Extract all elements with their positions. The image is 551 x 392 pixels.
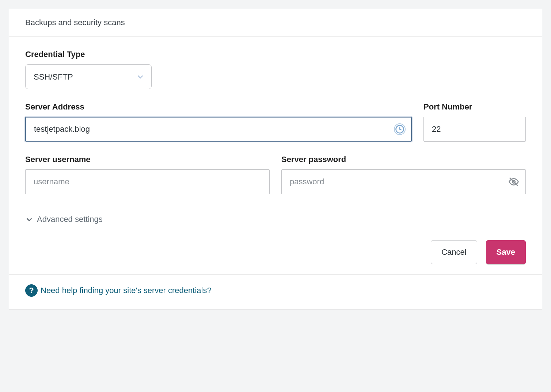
card-body: Credential Type SSH/SFTP Server Address: [9, 36, 542, 274]
help-icon: ?: [25, 284, 38, 297]
port-number-input[interactable]: [423, 117, 526, 142]
credential-type-select[interactable]: SSH/SFTP: [25, 64, 152, 89]
credential-type-select-wrap: SSH/SFTP: [25, 64, 152, 89]
server-username-input[interactable]: [25, 169, 270, 194]
cancel-button[interactable]: Cancel: [431, 240, 477, 264]
clock-ring: [394, 123, 406, 135]
card-header: Backups and security scans: [9, 9, 542, 36]
credentials-card: Backups and security scans Credential Ty…: [9, 9, 542, 310]
server-password-label: Server password: [281, 155, 526, 164]
server-address-input[interactable]: [25, 117, 412, 142]
server-username-field: Server username: [25, 155, 270, 194]
server-password-field: Server password: [281, 155, 526, 194]
server-password-input[interactable]: [281, 169, 526, 194]
toggle-password-visibility[interactable]: [508, 176, 519, 187]
port-number-field: Port Number: [423, 102, 526, 142]
server-address-field: Server Address: [25, 102, 412, 142]
save-button[interactable]: Save: [486, 240, 526, 264]
card-title: Backups and security scans: [25, 18, 125, 27]
advanced-settings-toggle[interactable]: Advanced settings: [25, 215, 103, 224]
username-password-row: Server username Server password: [25, 155, 526, 194]
credential-type-field: Credential Type SSH/SFTP: [25, 50, 526, 89]
server-password-input-wrap: [281, 169, 526, 194]
server-port-row: Server Address Port Number: [25, 102, 526, 142]
advanced-settings-label: Advanced settings: [37, 215, 103, 224]
form-actions: Cancel Save: [25, 240, 526, 264]
help-link-text: Need help finding your site's server cre…: [41, 286, 212, 295]
eye-off-icon: [508, 176, 519, 188]
server-username-label: Server username: [25, 155, 270, 164]
server-address-input-wrap: [25, 117, 412, 142]
history-icon-wrap[interactable]: [394, 124, 405, 135]
card-footer: ? Need help finding your site's server c…: [9, 274, 542, 309]
credential-type-label: Credential Type: [25, 50, 526, 59]
port-number-label: Port Number: [423, 102, 526, 112]
help-link[interactable]: ? Need help finding your site's server c…: [25, 284, 212, 297]
chevron-down-icon: [25, 215, 33, 223]
server-address-label: Server Address: [25, 102, 412, 112]
